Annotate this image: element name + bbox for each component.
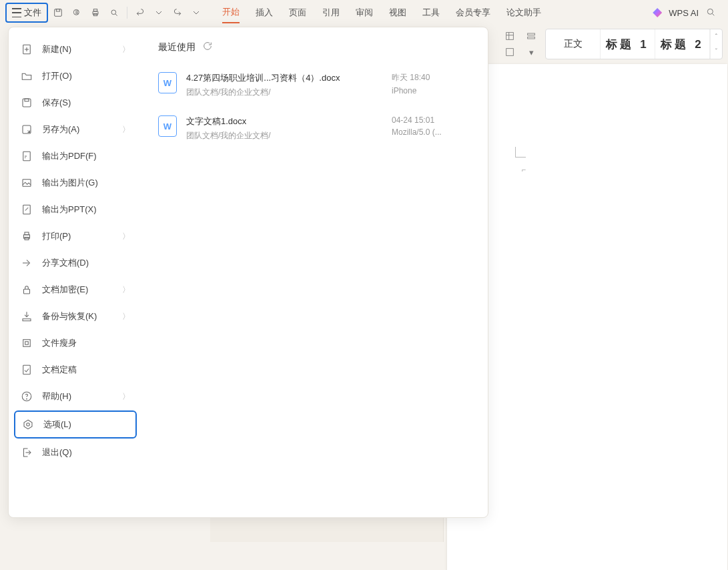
tab-5[interactable]: 视图 — [389, 3, 406, 23]
file-menu-item-label: 文件瘦身 — [42, 337, 77, 349]
file-menu-item-img[interactable]: 输出为图片(G) — [14, 170, 137, 196]
tab-3[interactable]: 引用 — [322, 3, 340, 23]
wps-ai-icon — [653, 8, 662, 17]
file-menu-item-label: 另存为(A) — [42, 123, 79, 135]
file-menu-item-open[interactable]: 打开(O) — [14, 63, 137, 89]
qat-print-preview-icon[interactable] — [68, 4, 85, 21]
file-menu-panel: 新建(N)〉打开(O)保存(S)另存为(A)〉输出为PDF(F)输出为图片(G)… — [8, 27, 488, 518]
word-doc-icon — [158, 72, 177, 93]
recent-title: 最近使用 — [158, 41, 196, 53]
open-icon — [21, 70, 33, 82]
file-menu-item-label: 新建(N) — [42, 43, 71, 55]
style-item-0[interactable]: 正文 — [546, 29, 601, 59]
recent-file-row[interactable]: 4.27第四场职业培训...习资料（4）.docx团队文档/我的企业文档/昨天 … — [158, 67, 472, 110]
svg-point-28 — [27, 423, 30, 426]
file-menu-item-options[interactable]: 选项(L) — [14, 410, 137, 439]
file-menu-item-print[interactable]: 打印(P)〉 — [14, 224, 137, 249]
file-menu-item-label: 输出为图片(G) — [42, 177, 98, 189]
style-item-2[interactable]: 标题 2 — [655, 29, 710, 59]
file-menu-item-share[interactable]: 分享文档(D) — [14, 250, 137, 276]
svg-point-26 — [27, 398, 27, 399]
qat-print-icon[interactable] — [87, 4, 104, 21]
svg-point-6 — [111, 10, 116, 15]
recent-file-name: 文字文稿1.docx — [186, 115, 382, 127]
recent-file-time: 昨天 18:40 — [392, 72, 472, 83]
tab-0[interactable]: 开始 — [222, 2, 240, 23]
style-gallery-more[interactable]: ˆˇ — [710, 29, 722, 59]
ribbon-icon-b[interactable] — [502, 46, 517, 58]
page-margin-glyph: ⌐ — [522, 166, 526, 174]
options-icon — [22, 418, 34, 431]
file-menu-item-pdf[interactable]: 输出为PDF(F) — [14, 144, 137, 169]
svg-marker-27 — [24, 420, 32, 429]
wps-ai-label[interactable]: WPS AI — [669, 8, 699, 18]
share-icon — [21, 257, 33, 269]
svg-rect-8 — [506, 33, 514, 40]
chevron-right-icon: 〉 — [122, 311, 130, 322]
file-menu-item-saveas[interactable]: 另存为(A)〉 — [14, 117, 137, 142]
svg-rect-11 — [528, 37, 535, 39]
tab-4[interactable]: 审阅 — [356, 3, 373, 23]
file-menu-item-label: 输出为PDF(F) — [42, 150, 97, 162]
file-menu-sidebar: 新建(N)〉打开(O)保存(S)另存为(A)〉输出为PDF(F)输出为图片(G)… — [9, 27, 142, 517]
ppt-icon — [21, 204, 33, 216]
chevron-right-icon: 〉 — [122, 231, 130, 242]
svg-rect-23 — [23, 340, 31, 347]
svg-rect-13 — [23, 99, 31, 107]
svg-rect-1 — [56, 9, 59, 11]
ribbon-icon-d[interactable]: ▾ — [524, 46, 538, 58]
qat-undo-icon[interactable] — [131, 4, 149, 21]
refresh-icon[interactable] — [202, 41, 213, 53]
file-menu-item-label: 选项(L) — [43, 418, 71, 431]
svg-rect-18 — [23, 205, 31, 214]
word-doc-icon — [158, 115, 177, 137]
file-menu-item-label: 分享文档(D) — [42, 257, 89, 269]
qat-undo-more-icon[interactable] — [150, 4, 167, 21]
svg-rect-24 — [23, 365, 31, 374]
file-menu-item-new[interactable]: 新建(N)〉 — [14, 37, 137, 62]
svg-rect-4 — [93, 9, 97, 11]
file-menu-item-slim[interactable]: 文件瘦身 — [14, 330, 137, 356]
tab-7[interactable]: 会员专享 — [456, 3, 490, 23]
qat-find-icon[interactable] — [105, 4, 123, 21]
qat-save-icon[interactable] — [49, 4, 67, 21]
file-menu-item-label: 文档定稿 — [42, 364, 77, 376]
lock-icon — [21, 284, 33, 296]
recent-file-name: 4.27第四场职业培训...习资料（4）.docx — [186, 72, 382, 84]
svg-rect-9 — [506, 49, 514, 56]
file-menu-item-label: 帮助(H) — [42, 390, 71, 402]
chevron-right-icon: 〉 — [122, 44, 130, 55]
file-menu-item-final[interactable]: 文档定稿 — [14, 357, 137, 382]
file-menu-button[interactable]: 文件 — [5, 3, 48, 23]
document-page[interactable] — [447, 64, 727, 570]
tab-1[interactable]: 插入 — [256, 3, 273, 23]
qat-redo-icon[interactable] — [169, 4, 186, 21]
recent-file-path: 团队文档/我的企业文档/ — [186, 130, 382, 141]
file-menu-item-lock[interactable]: 文档加密(E)〉 — [14, 277, 137, 302]
search-icon[interactable] — [705, 7, 716, 19]
recent-file-time: 04-24 15:01 — [392, 115, 472, 125]
file-menu-label: 文件 — [24, 7, 41, 19]
file-menu-item-exit[interactable]: 退出(Q) — [14, 440, 137, 465]
file-menu-item-ppt[interactable]: 输出为PPT(X) — [14, 197, 137, 222]
style-item-1[interactable]: 标题 1 — [601, 29, 655, 59]
svg-rect-14 — [25, 99, 29, 101]
ribbon-group-misc — [502, 30, 517, 58]
file-menu-item-help[interactable]: 帮助(H)〉 — [14, 384, 137, 409]
file-menu-item-backup[interactable]: 备份与恢复(K)〉 — [14, 304, 137, 329]
svg-point-7 — [707, 9, 713, 14]
ribbon-icon-c[interactable] — [524, 30, 538, 42]
tab-2[interactable]: 页面 — [289, 3, 306, 23]
tab-6[interactable]: 工具 — [422, 3, 440, 23]
tab-8[interactable]: 论文助手 — [506, 3, 541, 23]
qat-separator — [127, 7, 127, 19]
print-icon — [21, 230, 33, 242]
ribbon-icon-a[interactable] — [502, 30, 517, 42]
svg-rect-20 — [25, 232, 29, 235]
recent-file-row[interactable]: 文字文稿1.docx团队文档/我的企业文档/04-24 15:01Mozilla… — [158, 110, 472, 154]
chevron-right-icon: 〉 — [122, 124, 130, 135]
file-menu-item-save[interactable]: 保存(S) — [14, 90, 137, 115]
qat-redo-more-icon[interactable] — [188, 4, 205, 21]
file-menu-item-label: 退出(Q) — [42, 447, 72, 459]
file-menu-item-label: 打开(O) — [42, 70, 72, 82]
